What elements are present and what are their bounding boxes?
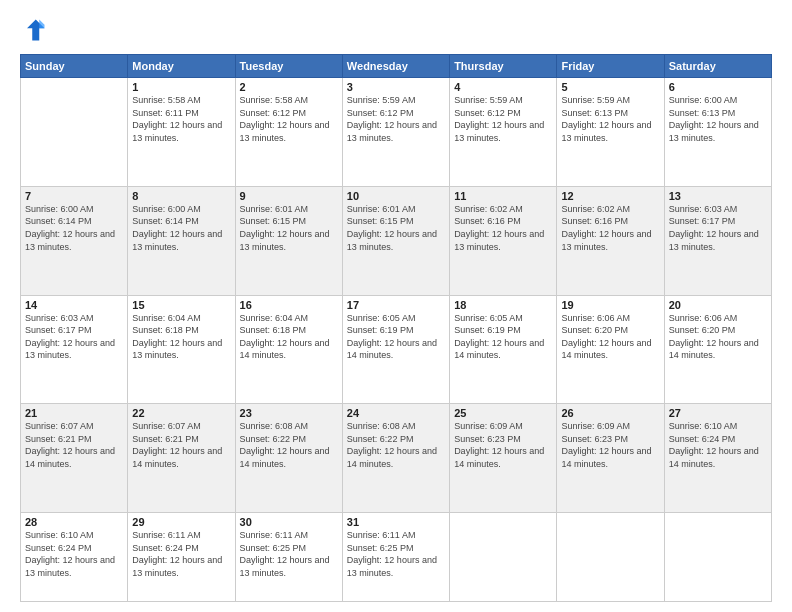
calendar-cell: 8Sunrise: 6:00 AM Sunset: 6:14 PM Daylig… [128, 186, 235, 295]
day-number: 16 [240, 299, 338, 311]
day-info: Sunrise: 6:05 AM Sunset: 6:19 PM Dayligh… [454, 312, 552, 362]
day-number: 31 [347, 516, 445, 528]
calendar-day-header: Tuesday [235, 55, 342, 78]
day-number: 5 [561, 81, 659, 93]
day-number: 9 [240, 190, 338, 202]
day-info: Sunrise: 6:00 AM Sunset: 6:14 PM Dayligh… [25, 203, 123, 253]
calendar-cell: 22Sunrise: 6:07 AM Sunset: 6:21 PM Dayli… [128, 404, 235, 513]
calendar-cell: 19Sunrise: 6:06 AM Sunset: 6:20 PM Dayli… [557, 295, 664, 404]
day-info: Sunrise: 6:06 AM Sunset: 6:20 PM Dayligh… [561, 312, 659, 362]
calendar-cell: 23Sunrise: 6:08 AM Sunset: 6:22 PM Dayli… [235, 404, 342, 513]
day-info: Sunrise: 6:10 AM Sunset: 6:24 PM Dayligh… [25, 529, 123, 579]
calendar-cell: 24Sunrise: 6:08 AM Sunset: 6:22 PM Dayli… [342, 404, 449, 513]
calendar-cell: 4Sunrise: 5:59 AM Sunset: 6:12 PM Daylig… [450, 78, 557, 187]
day-number: 6 [669, 81, 767, 93]
day-number: 15 [132, 299, 230, 311]
calendar-week-row: 21Sunrise: 6:07 AM Sunset: 6:21 PM Dayli… [21, 404, 772, 513]
calendar-cell: 15Sunrise: 6:04 AM Sunset: 6:18 PM Dayli… [128, 295, 235, 404]
calendar-cell: 11Sunrise: 6:02 AM Sunset: 6:16 PM Dayli… [450, 186, 557, 295]
day-number: 28 [25, 516, 123, 528]
day-info: Sunrise: 6:11 AM Sunset: 6:25 PM Dayligh… [347, 529, 445, 579]
day-info: Sunrise: 6:08 AM Sunset: 6:22 PM Dayligh… [240, 420, 338, 470]
calendar-cell: 10Sunrise: 6:01 AM Sunset: 6:15 PM Dayli… [342, 186, 449, 295]
calendar-day-header: Wednesday [342, 55, 449, 78]
calendar-day-header: Monday [128, 55, 235, 78]
calendar-cell: 1Sunrise: 5:58 AM Sunset: 6:11 PM Daylig… [128, 78, 235, 187]
day-number: 25 [454, 407, 552, 419]
day-info: Sunrise: 6:02 AM Sunset: 6:16 PM Dayligh… [561, 203, 659, 253]
day-number: 22 [132, 407, 230, 419]
day-info: Sunrise: 5:59 AM Sunset: 6:12 PM Dayligh… [347, 94, 445, 144]
day-info: Sunrise: 5:58 AM Sunset: 6:11 PM Dayligh… [132, 94, 230, 144]
day-number: 20 [669, 299, 767, 311]
day-info: Sunrise: 6:09 AM Sunset: 6:23 PM Dayligh… [561, 420, 659, 470]
calendar-cell: 13Sunrise: 6:03 AM Sunset: 6:17 PM Dayli… [664, 186, 771, 295]
day-info: Sunrise: 6:01 AM Sunset: 6:15 PM Dayligh… [347, 203, 445, 253]
calendar-day-header: Sunday [21, 55, 128, 78]
day-info: Sunrise: 6:09 AM Sunset: 6:23 PM Dayligh… [454, 420, 552, 470]
day-info: Sunrise: 6:03 AM Sunset: 6:17 PM Dayligh… [669, 203, 767, 253]
day-number: 1 [132, 81, 230, 93]
day-number: 30 [240, 516, 338, 528]
calendar-cell: 2Sunrise: 5:58 AM Sunset: 6:12 PM Daylig… [235, 78, 342, 187]
day-number: 8 [132, 190, 230, 202]
calendar-cell: 28Sunrise: 6:10 AM Sunset: 6:24 PM Dayli… [21, 513, 128, 602]
day-number: 24 [347, 407, 445, 419]
day-info: Sunrise: 5:58 AM Sunset: 6:12 PM Dayligh… [240, 94, 338, 144]
calendar-cell: 14Sunrise: 6:03 AM Sunset: 6:17 PM Dayli… [21, 295, 128, 404]
day-number: 10 [347, 190, 445, 202]
day-number: 26 [561, 407, 659, 419]
calendar-cell: 30Sunrise: 6:11 AM Sunset: 6:25 PM Dayli… [235, 513, 342, 602]
calendar-cell: 16Sunrise: 6:04 AM Sunset: 6:18 PM Dayli… [235, 295, 342, 404]
calendar-cell: 31Sunrise: 6:11 AM Sunset: 6:25 PM Dayli… [342, 513, 449, 602]
day-number: 21 [25, 407, 123, 419]
calendar-cell: 6Sunrise: 6:00 AM Sunset: 6:13 PM Daylig… [664, 78, 771, 187]
day-info: Sunrise: 6:03 AM Sunset: 6:17 PM Dayligh… [25, 312, 123, 362]
calendar-cell: 25Sunrise: 6:09 AM Sunset: 6:23 PM Dayli… [450, 404, 557, 513]
calendar-cell: 17Sunrise: 6:05 AM Sunset: 6:19 PM Dayli… [342, 295, 449, 404]
day-info: Sunrise: 5:59 AM Sunset: 6:13 PM Dayligh… [561, 94, 659, 144]
logo-icon [20, 16, 48, 44]
day-info: Sunrise: 6:04 AM Sunset: 6:18 PM Dayligh… [132, 312, 230, 362]
day-info: Sunrise: 6:08 AM Sunset: 6:22 PM Dayligh… [347, 420, 445, 470]
calendar-cell: 5Sunrise: 5:59 AM Sunset: 6:13 PM Daylig… [557, 78, 664, 187]
day-number: 2 [240, 81, 338, 93]
calendar-cell: 20Sunrise: 6:06 AM Sunset: 6:20 PM Dayli… [664, 295, 771, 404]
logo [20, 16, 52, 44]
calendar-cell [450, 513, 557, 602]
calendar-cell: 29Sunrise: 6:11 AM Sunset: 6:24 PM Dayli… [128, 513, 235, 602]
day-number: 7 [25, 190, 123, 202]
calendar-week-row: 14Sunrise: 6:03 AM Sunset: 6:17 PM Dayli… [21, 295, 772, 404]
calendar-day-header: Friday [557, 55, 664, 78]
day-info: Sunrise: 6:00 AM Sunset: 6:13 PM Dayligh… [669, 94, 767, 144]
day-info: Sunrise: 6:05 AM Sunset: 6:19 PM Dayligh… [347, 312, 445, 362]
day-info: Sunrise: 5:59 AM Sunset: 6:12 PM Dayligh… [454, 94, 552, 144]
day-number: 3 [347, 81, 445, 93]
calendar-cell: 18Sunrise: 6:05 AM Sunset: 6:19 PM Dayli… [450, 295, 557, 404]
calendar-header-row: SundayMondayTuesdayWednesdayThursdayFrid… [21, 55, 772, 78]
day-number: 27 [669, 407, 767, 419]
day-info: Sunrise: 6:07 AM Sunset: 6:21 PM Dayligh… [132, 420, 230, 470]
day-info: Sunrise: 6:01 AM Sunset: 6:15 PM Dayligh… [240, 203, 338, 253]
day-number: 23 [240, 407, 338, 419]
calendar-day-header: Thursday [450, 55, 557, 78]
calendar-table: SundayMondayTuesdayWednesdayThursdayFrid… [20, 54, 772, 602]
day-number: 18 [454, 299, 552, 311]
day-number: 12 [561, 190, 659, 202]
day-number: 4 [454, 81, 552, 93]
calendar-cell: 26Sunrise: 6:09 AM Sunset: 6:23 PM Dayli… [557, 404, 664, 513]
day-info: Sunrise: 6:06 AM Sunset: 6:20 PM Dayligh… [669, 312, 767, 362]
day-number: 13 [669, 190, 767, 202]
day-info: Sunrise: 6:07 AM Sunset: 6:21 PM Dayligh… [25, 420, 123, 470]
calendar-week-row: 7Sunrise: 6:00 AM Sunset: 6:14 PM Daylig… [21, 186, 772, 295]
day-info: Sunrise: 6:11 AM Sunset: 6:25 PM Dayligh… [240, 529, 338, 579]
calendar-cell [21, 78, 128, 187]
calendar-cell: 9Sunrise: 6:01 AM Sunset: 6:15 PM Daylig… [235, 186, 342, 295]
day-number: 14 [25, 299, 123, 311]
day-info: Sunrise: 6:04 AM Sunset: 6:18 PM Dayligh… [240, 312, 338, 362]
calendar-cell: 12Sunrise: 6:02 AM Sunset: 6:16 PM Dayli… [557, 186, 664, 295]
calendar-cell: 27Sunrise: 6:10 AM Sunset: 6:24 PM Dayli… [664, 404, 771, 513]
header [20, 16, 772, 44]
day-number: 11 [454, 190, 552, 202]
calendar-day-header: Saturday [664, 55, 771, 78]
